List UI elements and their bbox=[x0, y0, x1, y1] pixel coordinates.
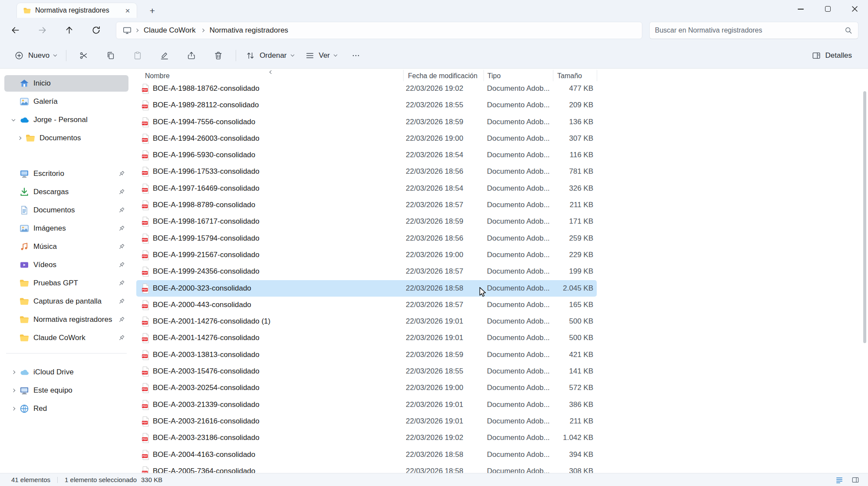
sidebar-item-label: Inicio bbox=[33, 79, 125, 88]
file-name: BOE-A-2003-13813-consolidado bbox=[153, 350, 260, 359]
sidebar-item-imágenes[interactable]: Imágenes bbox=[4, 220, 128, 237]
copy-button[interactable] bbox=[102, 47, 120, 64]
sidebar-item-documentos[interactable]: Documentos bbox=[10, 130, 128, 146]
delete-button[interactable] bbox=[209, 47, 227, 64]
file-row[interactable]: PDFBOE-A-2003-20254-consolidado22/03/202… bbox=[136, 380, 597, 396]
file-row[interactable]: PDFBOE-A-2001-14276-consolidado22/03/202… bbox=[136, 330, 597, 346]
file-row[interactable]: PDFBOE-A-1994-26003-consolidado22/03/202… bbox=[136, 130, 597, 147]
details-view-toggle[interactable] bbox=[849, 475, 861, 485]
file-row[interactable]: PDFBOE-A-1997-16469-consolidado22/03/202… bbox=[136, 180, 597, 197]
column-header-type[interactable]: Tipo bbox=[487, 72, 501, 80]
sidebar-item-galería[interactable]: Galería bbox=[4, 93, 128, 110]
file-size: 211 KB bbox=[569, 417, 593, 426]
column-header-date[interactable]: Fecha de modificación bbox=[408, 72, 477, 80]
pin-icon bbox=[118, 243, 125, 250]
file-row[interactable]: PDFBOE-A-2003-21339-consolidado22/03/202… bbox=[136, 397, 597, 413]
file-row[interactable]: PDFBOE-A-1988-18762-consolidado22/03/202… bbox=[136, 80, 597, 97]
file-row[interactable]: PDFBOE-A-1999-15794-consolidado22/03/202… bbox=[136, 230, 597, 247]
sidebar-item-música[interactable]: Música bbox=[4, 238, 128, 255]
breadcrumb-item-normativa-registradores[interactable]: Normativa registradores bbox=[206, 24, 292, 37]
chevron-right-icon[interactable] bbox=[18, 136, 21, 140]
column-separator[interactable] bbox=[403, 70, 404, 81]
chevron-right-icon[interactable] bbox=[12, 389, 15, 392]
breadcrumb-item-claude-cowork[interactable]: Claude CoWork bbox=[140, 24, 200, 37]
file-row[interactable]: PDFBOE-A-1996-5930-consolidado22/03/2026… bbox=[136, 147, 597, 163]
file-row[interactable]: PDFBOE-A-1998-16717-consolidado22/03/202… bbox=[136, 213, 597, 230]
file-row[interactable]: PDFBOE-A-2003-23186-consolidado22/03/202… bbox=[136, 430, 597, 446]
file-row[interactable]: PDFBOE-A-1998-8789-consolidado22/03/2026… bbox=[136, 197, 597, 213]
sidebar-item-escritorio[interactable]: Escritorio bbox=[4, 165, 128, 182]
file-row[interactable]: PDFBOE-A-2000-323-consolidado22/03/2026 … bbox=[136, 280, 597, 297]
breadcrumb[interactable]: Claude CoWork Normativa registradores bbox=[116, 22, 642, 39]
refresh-button[interactable] bbox=[87, 22, 105, 39]
share-button[interactable] bbox=[182, 47, 201, 64]
file-date: 22/03/2026 19:01 bbox=[406, 334, 463, 342]
column-separator[interactable] bbox=[553, 70, 553, 81]
rename-button[interactable] bbox=[155, 47, 174, 64]
chevron-down-icon[interactable] bbox=[12, 117, 15, 121]
svg-text:PDF: PDF bbox=[142, 421, 148, 424]
network-icon bbox=[19, 403, 30, 414]
details-pane-button[interactable]: Detalles bbox=[806, 47, 858, 64]
tab-close-icon[interactable]: × bbox=[122, 5, 133, 16]
vertical-scrollbar[interactable] bbox=[863, 91, 866, 343]
sidebar-item-red[interactable]: Red bbox=[4, 400, 128, 417]
sidebar-item-capturas-de-pantalla[interactable]: Capturas de pantalla bbox=[4, 293, 128, 310]
sort-button[interactable]: Ordenar bbox=[240, 47, 299, 64]
sidebar-item-descargas[interactable]: Descargas bbox=[4, 184, 128, 200]
file-row[interactable]: PDFBOE-A-2003-15476-consolidado22/03/202… bbox=[136, 363, 597, 380]
file-row[interactable]: PDFBOE-A-2001-14276-consolidado (1)22/03… bbox=[136, 313, 597, 330]
file-row[interactable]: PDFBOE-A-2000-443-consolidado22/03/2026 … bbox=[136, 297, 597, 313]
file-row[interactable]: PDFBOE-A-2003-21616-consolidado22/03/202… bbox=[136, 413, 597, 430]
sidebar-item-label: Jorge - Personal bbox=[33, 116, 125, 124]
minimize-button[interactable] bbox=[787, 0, 814, 18]
this-pc-icon[interactable] bbox=[122, 26, 132, 35]
sidebar-item-inicio[interactable]: Inicio bbox=[4, 75, 128, 92]
file-row[interactable]: PDFBOE-A-2005-7364-consolidado22/03/2026… bbox=[136, 463, 597, 473]
file-row[interactable]: PDFBOE-A-1999-21567-consolidado22/03/202… bbox=[136, 247, 597, 263]
sidebar-item-normativa-registradores[interactable]: Normativa registradores bbox=[4, 311, 128, 328]
forward-button[interactable] bbox=[33, 22, 51, 39]
file-row[interactable]: PDFBOE-A-2003-13813-consolidado22/03/202… bbox=[136, 347, 597, 363]
sidebar-item-vídeos[interactable]: Vídeos bbox=[4, 257, 128, 273]
selection-count: 1 elemento seleccionado bbox=[65, 476, 137, 483]
chevron-right-icon[interactable] bbox=[12, 407, 15, 410]
paste-button[interactable] bbox=[128, 47, 147, 64]
column-header-size[interactable]: Tamaño bbox=[557, 72, 582, 80]
search-icon[interactable] bbox=[844, 26, 853, 35]
more-options-button[interactable] bbox=[347, 47, 365, 64]
explorer-tab[interactable]: Normativa registradores × bbox=[16, 3, 137, 18]
file-row[interactable]: PDFBOE-A-1994-7556-consolidado22/03/2026… bbox=[136, 114, 597, 130]
file-row[interactable]: PDFBOE-A-1999-24356-consolidado22/03/202… bbox=[136, 263, 597, 280]
file-type: Documento Adob... bbox=[487, 400, 550, 409]
maximize-button[interactable] bbox=[814, 0, 841, 18]
sidebar-item-claude-cowork[interactable]: Claude CoWork bbox=[4, 330, 128, 346]
file-row[interactable]: PDFBOE-A-1996-17533-consolidado22/03/202… bbox=[136, 163, 597, 180]
view-button[interactable]: Ver bbox=[299, 47, 343, 64]
up-button[interactable] bbox=[60, 22, 78, 39]
onedrive-icon bbox=[19, 115, 30, 125]
sidebar-item-documentos[interactable]: Documentos bbox=[4, 202, 128, 218]
sidebar-item-pruebas-gpt[interactable]: Pruebas GPT bbox=[4, 275, 128, 291]
back-button[interactable] bbox=[6, 22, 24, 39]
column-separator[interactable] bbox=[483, 70, 484, 81]
search-box[interactable] bbox=[649, 22, 858, 39]
sidebar-item-jorge-personal[interactable]: Jorge - Personal bbox=[4, 112, 128, 128]
column-separator[interactable] bbox=[597, 70, 597, 81]
file-row[interactable]: PDFBOE-A-1989-28112-consolidado22/03/202… bbox=[136, 97, 597, 113]
file-size: 209 KB bbox=[569, 101, 593, 109]
file-row[interactable]: PDFBOE-A-2004-4163-consolidado22/03/2026… bbox=[136, 446, 597, 463]
new-button[interactable]: Nuevo bbox=[9, 47, 62, 64]
close-icon bbox=[852, 6, 858, 12]
close-button[interactable] bbox=[841, 0, 868, 18]
file-date: 22/03/2026 19:00 bbox=[406, 134, 463, 143]
new-tab-button[interactable]: + bbox=[146, 4, 159, 17]
column-header-name[interactable]: Nombre bbox=[145, 72, 170, 80]
search-input[interactable] bbox=[655, 26, 841, 34]
sidebar-item-icloud-drive[interactable]: iCloud Drive bbox=[4, 364, 128, 380]
sidebar-item-este-equipo[interactable]: Este equipo bbox=[4, 382, 128, 399]
cut-button[interactable] bbox=[75, 47, 93, 64]
list-view-toggle[interactable] bbox=[833, 475, 845, 485]
chevron-right-icon[interactable] bbox=[12, 370, 15, 374]
file-name: BOE-A-1996-5930-consolidado bbox=[153, 151, 255, 159]
